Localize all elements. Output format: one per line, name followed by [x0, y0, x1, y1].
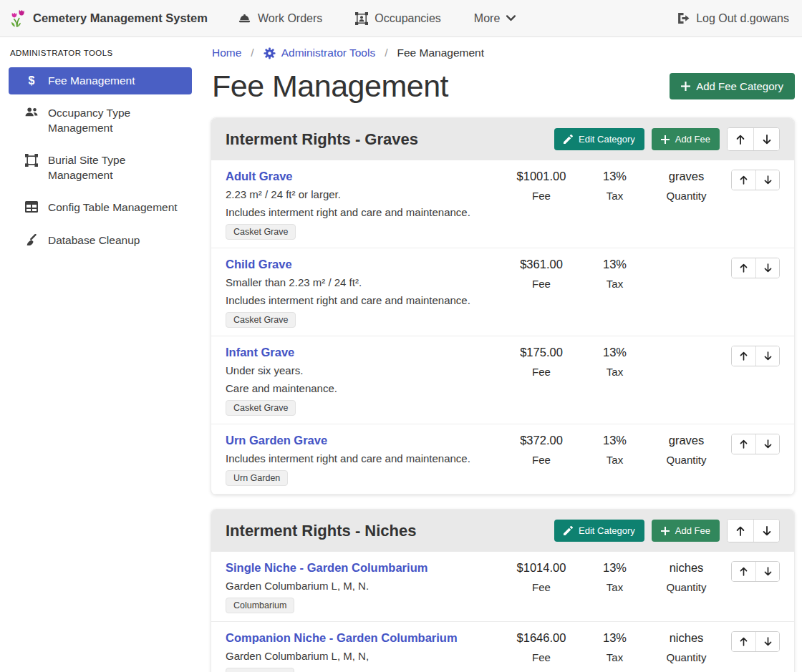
- fee-description-line2: Care and maintenance.: [226, 381, 496, 395]
- fee-name-link[interactable]: Urn Garden Grave: [226, 433, 327, 447]
- breadcrumb-home[interactable]: Home: [212, 47, 241, 59]
- edit-category-button[interactable]: Edit Category: [554, 128, 644, 150]
- nav-occupancies-label: Occupancies: [375, 12, 441, 25]
- fee-description-line1: Under six years.: [226, 364, 496, 377]
- move-fee-up-button[interactable]: [732, 258, 755, 278]
- move-fee-down-button[interactable]: [755, 170, 779, 190]
- arrow-up-icon: [740, 175, 748, 185]
- move-fee-up-button[interactable]: [732, 434, 755, 454]
- move-fee-down-button[interactable]: [755, 346, 779, 366]
- fee-row: Infant Grave Under six years. Care and m…: [211, 336, 794, 424]
- tax-value: 13%: [581, 346, 649, 359]
- breadcrumb-admin-tools[interactable]: Administrator Tools: [264, 47, 376, 59]
- fee-name-link[interactable]: Companion Niche - Garden Columbarium: [226, 630, 458, 645]
- arrow-down-icon: [764, 637, 772, 646]
- move-fee-up-button[interactable]: [732, 346, 755, 366]
- quantity-unit: niches: [649, 631, 724, 645]
- category-reorder-group: [727, 519, 780, 542]
- add-fee-button[interactable]: Add Fee: [652, 520, 720, 542]
- tax-value: 13%: [581, 561, 649, 575]
- arrow-up-icon: [736, 526, 745, 536]
- sidebar-item[interactable]: Burial Site Type Management: [9, 147, 192, 189]
- logout-button[interactable]: Log Out d.gowans: [677, 12, 789, 25]
- sidebar: ADMINISTRATOR TOOLS $ Fee Management: [0, 37, 202, 672]
- move-fee-down-button[interactable]: [755, 562, 779, 581]
- quantity-label: Quantity: [649, 190, 724, 202]
- fee-row: Urn Garden Grave Includes interment righ…: [211, 424, 794, 495]
- tax-label: Tax: [581, 581, 649, 593]
- app-brand[interactable]: Cemetery Management System: [9, 9, 208, 28]
- nav-occupancies[interactable]: Occupancies: [355, 12, 441, 25]
- users-icon: [24, 107, 39, 117]
- quantity-label: Quantity: [649, 454, 724, 466]
- quantity-unit: graves: [649, 170, 724, 183]
- arrow-down-icon: [764, 175, 772, 185]
- category-reorder-group: [727, 127, 780, 151]
- tax-value: 13%: [581, 170, 649, 183]
- fee-reorder-group: [731, 434, 780, 454]
- arrow-down-icon: [763, 526, 771, 536]
- fee-reorder-group: [731, 561, 780, 582]
- tax-label: Tax: [581, 278, 649, 290]
- fee-name-link[interactable]: Infant Grave: [226, 345, 294, 359]
- tax-value: 13%: [581, 631, 649, 645]
- plus-icon: [681, 82, 690, 91]
- fee-list: Single Niche - Garden Columbarium Garden…: [211, 552, 794, 672]
- sidebar-item[interactable]: Database Cleanup: [9, 227, 192, 254]
- pencil-icon: [564, 135, 573, 144]
- move-category-down-button[interactable]: [753, 128, 779, 150]
- plus-icon: [661, 527, 670, 535]
- move-fee-up-button[interactable]: [732, 632, 755, 651]
- nav-links: Work Orders Occupancies More: [238, 12, 516, 25]
- arrow-down-icon: [764, 351, 772, 361]
- nav-work-orders[interactable]: Work Orders: [238, 12, 322, 25]
- sidebar-item[interactable]: Config Table Management: [9, 194, 192, 221]
- breadcrumb: Home / Administrator Tool: [211, 44, 795, 59]
- fee-type-badge: Columbarium: [226, 668, 294, 672]
- occupancy-frame-icon: [355, 12, 368, 25]
- move-category-down-button[interactable]: [753, 520, 779, 542]
- plus-icon: [661, 135, 670, 144]
- broom-icon: [25, 234, 38, 247]
- tax-label: Tax: [581, 651, 649, 663]
- fee-amount: $1001.00: [502, 170, 581, 183]
- move-fee-down-button[interactable]: [755, 632, 779, 651]
- tax-value: 13%: [581, 434, 649, 447]
- move-fee-up-button[interactable]: [732, 562, 755, 581]
- add-fee-button[interactable]: Add Fee: [652, 128, 720, 150]
- arrow-up-icon: [740, 637, 748, 646]
- main-content: Home / Administrator Tool: [202, 37, 802, 672]
- sidebar-item-label: Occupancy Type Management: [48, 106, 186, 135]
- fee-description-line2: Includes interment right and care and ma…: [226, 205, 496, 219]
- arrow-down-icon: [763, 135, 771, 145]
- fee-reorder-group: [731, 346, 780, 366]
- move-fee-down-button[interactable]: [755, 258, 779, 278]
- fee-amount-label: Fee: [502, 190, 581, 202]
- sidebar-heading: ADMINISTRATOR TOOLS: [10, 49, 192, 57]
- move-category-up-button[interactable]: [728, 128, 753, 150]
- edit-category-button[interactable]: Edit Category: [554, 520, 644, 542]
- table-icon: [25, 201, 38, 213]
- move-fee-up-button[interactable]: [732, 170, 755, 190]
- add-fee-category-label: Add Fee Category: [696, 80, 783, 92]
- quantity-unit: niches: [649, 561, 724, 575]
- move-category-up-button[interactable]: [728, 520, 753, 542]
- category-header: Interment Rights - Niches Edit Category: [211, 510, 794, 552]
- fee-amount: $1646.00: [502, 631, 581, 645]
- sidebar-item[interactable]: $ Fee Management: [9, 67, 192, 94]
- nav-more[interactable]: More: [474, 12, 516, 25]
- gear-icon: [264, 47, 276, 59]
- fee-amount: $175.00: [502, 346, 581, 359]
- breadcrumb-separator: /: [385, 47, 387, 59]
- move-fee-down-button[interactable]: [755, 434, 779, 454]
- fee-amount-label: Fee: [502, 366, 581, 378]
- fee-amount: $1014.00: [502, 561, 581, 575]
- fee-name-link[interactable]: Child Grave: [226, 257, 292, 271]
- arrow-up-icon: [736, 135, 745, 145]
- add-fee-label: Add Fee: [675, 134, 710, 145]
- sidebar-item[interactable]: Occupancy Type Management: [9, 99, 192, 142]
- add-fee-category-button[interactable]: Add Fee Category: [670, 73, 795, 99]
- fee-name-link[interactable]: Adult Grave: [226, 169, 293, 183]
- fee-name-link[interactable]: Single Niche - Garden Columbarium: [226, 560, 427, 575]
- fee-description-line2: Includes interment right and care and ma…: [226, 293, 496, 307]
